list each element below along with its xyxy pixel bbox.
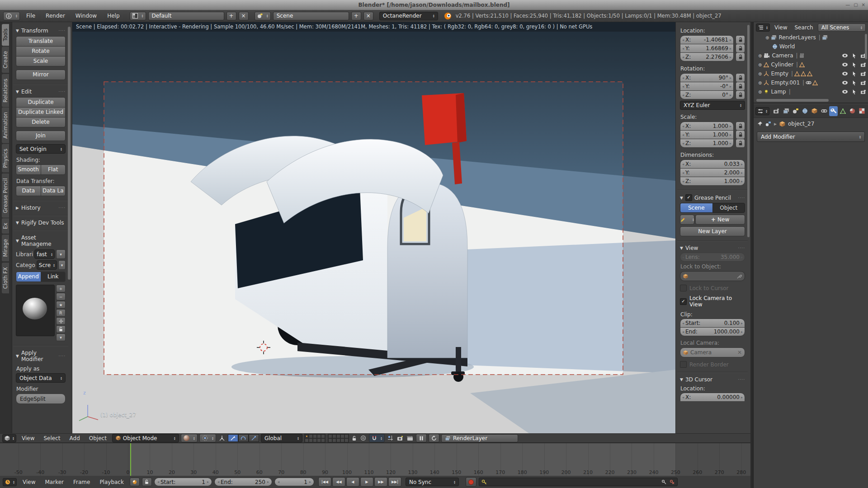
renderable-camera-icon[interactable] [860, 89, 866, 94]
asset-settings-icon[interactable] [56, 317, 66, 325]
layer-cell[interactable] [332, 438, 336, 442]
apply-as-dropdown[interactable]: Object Data▴▾ [16, 373, 66, 383]
expand-icon[interactable]: ⊕ [758, 71, 762, 76]
layer-cell[interactable] [317, 438, 321, 442]
data-transfer-layout-button[interactable]: Data La [41, 186, 66, 196]
refresh-render-button[interactable] [429, 434, 439, 442]
properties-tab-data[interactable] [839, 106, 847, 116]
panel-grease-pencil[interactable]: ▼ ✓ Grease Pencil ···· [680, 194, 745, 201]
rotation-y-field[interactable]: ◂Y:-0°▸ [680, 82, 734, 91]
render-layer-select[interactable]: RenderLayer [441, 434, 518, 442]
library-dropdown-button[interactable]: ▾ [56, 249, 66, 259]
manipulator-translate-button[interactable] [228, 434, 238, 442]
outliner-filter-select[interactable]: All Scenes▴▾ [818, 23, 866, 32]
outliner-item-empty[interactable]: ⊕Empty| [754, 69, 868, 78]
hide-eye-icon[interactable] [842, 71, 848, 76]
viewport-3d[interactable]: Scene | Elapsed: 00:02.72 | Interactive … [72, 22, 675, 433]
breadcrumb-object-name[interactable]: object_27 [788, 121, 814, 127]
tool-tab-ex[interactable]: Ex [2, 218, 9, 234]
selectable-pointer-icon[interactable] [852, 71, 856, 77]
layers-widget[interactable] [304, 434, 349, 443]
dimensions-z-field[interactable]: ◂Z:1.000▸ [680, 177, 745, 186]
rotation-z-lock-button[interactable] [736, 90, 745, 99]
layer-cell[interactable] [321, 434, 325, 438]
gp-new-button[interactable]: + New [695, 215, 745, 225]
rotation-x-field[interactable]: ◂X:90°▸ [680, 73, 734, 82]
pause-render-button[interactable] [416, 434, 427, 442]
category-select[interactable]: Scre▴▾ [37, 260, 57, 270]
delete-scene-button[interactable]: × [363, 12, 373, 20]
panel-3d-cursor[interactable]: ▼3D Cursor···· [680, 376, 745, 383]
lock-to-cursor-checkbox[interactable]: ✓ [680, 285, 687, 291]
tool-tab-physics[interactable]: Physics [2, 144, 9, 173]
outliner-item-lamp[interactable]: ⊕Lamp| [754, 87, 868, 96]
expand-icon[interactable]: ⊕ [758, 53, 762, 58]
dimensions-y-field[interactable]: ◂Y:2.000▸ [680, 168, 745, 177]
npanel-scrollbar[interactable] [747, 25, 750, 237]
layer-cell[interactable] [305, 438, 309, 442]
clear-camera-icon[interactable]: ✕ [737, 349, 742, 356]
asset-favorite-icon[interactable]: ★ [56, 301, 66, 309]
asset-add-button[interactable]: + [56, 285, 66, 292]
gp-scene-toggle[interactable]: Scene [680, 203, 713, 213]
outliner-item-camera[interactable]: ⊕Camera| [754, 51, 868, 60]
location-z-lock-button[interactable] [736, 52, 745, 61]
close-icon[interactable]: × [862, 0, 865, 10]
jump-start-button[interactable]: |◀◀ [318, 477, 331, 487]
lock-camera-checkbox[interactable]: ✓ [680, 298, 687, 305]
viewport-shading-button[interactable]: ▴▾ [181, 434, 198, 442]
modifier-name-field[interactable]: EdgeSplit [16, 394, 66, 404]
tool-tab-tools[interactable]: Tools [2, 24, 9, 46]
location-x-lock-button[interactable] [736, 35, 745, 44]
rotation-x-lock-button[interactable] [736, 73, 745, 82]
properties-tab-object[interactable] [810, 106, 819, 116]
hide-eye-icon[interactable] [842, 62, 848, 67]
asset-lock-icon[interactable] [56, 325, 66, 333]
manipulator-scale-button[interactable] [249, 434, 259, 442]
expand-icon[interactable]: ⊕ [765, 35, 769, 40]
set-origin-dropdown[interactable]: Set Origin▴▾ [16, 144, 66, 154]
pivot-point-button[interactable]: ▴▾ [199, 434, 216, 442]
cursor-x-field[interactable]: ◂X: 0.00000▸ [680, 393, 745, 402]
mode-select[interactable]: Object Mode ▴▾ [112, 434, 179, 442]
snap-target-icon[interactable] [387, 434, 394, 442]
jump-end-button[interactable]: ▶▶| [388, 477, 401, 487]
outliner-hscrollbar[interactable] [756, 99, 829, 102]
asset-more-button[interactable]: ▾ [56, 333, 66, 341]
scale-x-lock-button[interactable] [736, 122, 745, 131]
link-button[interactable]: Link [41, 272, 66, 282]
expand-icon[interactable]: ⊕ [758, 80, 762, 85]
play-reverse-button[interactable]: ◀ [346, 477, 359, 487]
renderable-camera-icon[interactable] [860, 62, 866, 67]
selectable-pointer-icon[interactable] [852, 62, 856, 68]
shelf-scrollbar[interactable] [68, 27, 71, 280]
panel-apply-modifier[interactable]: ▼Apply Modifier···· [16, 350, 66, 362]
renderable-camera-icon[interactable] [860, 80, 866, 85]
insert-keyframe-icon[interactable] [661, 479, 667, 485]
rotation-mode-dropdown[interactable]: XYZ Euler▴▾ [680, 101, 745, 110]
location-y-field[interactable]: ◂Y:1.66869▸ [680, 44, 734, 53]
append-button[interactable]: Append [16, 272, 41, 282]
layer-cell[interactable] [336, 434, 340, 438]
editor-type-button[interactable]: ▴▾ [3, 12, 20, 20]
mirror-button[interactable]: Mirror [16, 70, 66, 80]
panel-history[interactable]: ▶History···· [16, 205, 66, 211]
object-menu[interactable]: Object [85, 435, 110, 441]
local-camera-field[interactable]: Camera ✕ [680, 347, 745, 357]
scale-button[interactable]: Scale [16, 56, 66, 66]
layer-cell[interactable] [344, 438, 349, 442]
menu-help[interactable]: Help [103, 12, 123, 20]
panel-transform[interactable]: ▼Transform···· [16, 28, 66, 34]
tool-tab-create[interactable]: Create [2, 47, 9, 73]
auto-keyframe-button[interactable] [466, 477, 476, 487]
location-z-field[interactable]: ◂Z:2.27606▸ [680, 52, 734, 61]
current-frame-marker[interactable] [130, 443, 131, 476]
timeline-menu-playback[interactable]: Playback [96, 479, 127, 485]
play-button[interactable]: ▶ [360, 477, 373, 487]
expand-icon[interactable]: ⊕ [758, 89, 762, 94]
view-menu[interactable]: View [18, 435, 38, 441]
layer-cell[interactable] [344, 434, 349, 438]
tool-tab-relations[interactable]: Relations [2, 74, 9, 107]
hide-eye-icon[interactable] [842, 89, 848, 94]
timeline-ruler[interactable]: -50-40-30-20-100102030405060708090100110… [0, 443, 750, 476]
